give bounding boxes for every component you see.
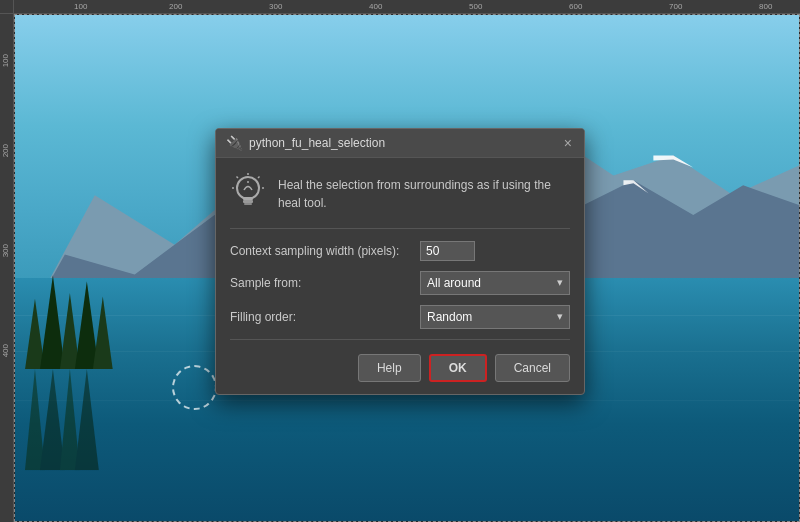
sample-from-select[interactable]: All around ▾ <box>420 271 570 295</box>
dialog-divider <box>230 339 570 340</box>
close-button[interactable]: × <box>562 136 574 150</box>
svg-marker-12 <box>93 296 113 369</box>
filling-order-row: Filling order: Random ▾ <box>230 305 570 329</box>
context-value-input[interactable] <box>420 241 475 261</box>
svg-marker-14 <box>40 369 65 470</box>
dialog-description: Heal the selection from surroundings as … <box>278 176 570 212</box>
filling-order-label: Filling order: <box>230 310 420 324</box>
svg-rect-21 <box>244 203 252 205</box>
sample-from-value: All around <box>427 276 557 290</box>
bulb-icon <box>232 173 264 215</box>
dialog-titlebar: 🔌 python_fu_heal_selection × <box>216 129 584 158</box>
chevron-down-icon-2: ▾ <box>557 310 563 323</box>
bulb-icon-wrap <box>230 170 266 218</box>
sample-from-label: Sample from: <box>230 276 420 290</box>
ok-button[interactable]: OK <box>429 354 487 382</box>
dialog-buttons: Help OK Cancel <box>230 350 570 382</box>
svg-rect-19 <box>243 197 253 200</box>
svg-line-25 <box>237 176 239 178</box>
context-label: Context sampling width (pixels): <box>230 244 420 258</box>
svg-line-23 <box>258 176 260 178</box>
svg-marker-9 <box>40 275 65 369</box>
filling-order-value: Random <box>427 310 557 324</box>
sample-from-row: Sample from: All around ▾ <box>230 271 570 295</box>
dialog-header-row: Heal the selection from surroundings as … <box>230 170 570 229</box>
dialog-content: Heal the selection from surroundings as … <box>216 158 584 394</box>
dialog-title-left: 🔌 python_fu_heal_selection <box>226 135 385 151</box>
dialog-title: python_fu_heal_selection <box>249 136 385 150</box>
svg-marker-16 <box>75 369 99 470</box>
context-sampling-row: Context sampling width (pixels): <box>230 241 570 261</box>
svg-point-17 <box>237 177 259 199</box>
main-canvas: 100 200 300 400 500 600 700 800 100 200 … <box>0 0 800 522</box>
plugin-icon: 🔌 <box>226 135 243 151</box>
cancel-button[interactable]: Cancel <box>495 354 570 382</box>
dialog-python-fu-heal: 🔌 python_fu_heal_selection × <box>215 128 585 395</box>
filling-order-select[interactable]: Random ▾ <box>420 305 570 329</box>
svg-rect-20 <box>243 200 253 203</box>
chevron-down-icon: ▾ <box>557 276 563 289</box>
help-button[interactable]: Help <box>358 354 421 382</box>
